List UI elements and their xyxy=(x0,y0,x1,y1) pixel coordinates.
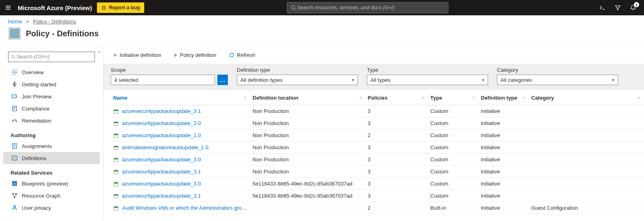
sidebar-item-remediation[interactable]: Remediation xyxy=(3,115,100,127)
filter-type-label: Type xyxy=(367,67,488,73)
table-row[interactable]: azuresecuritypackautoupdate_3.15e116433-… xyxy=(111,190,644,202)
policy-definition-button[interactable]: + Policy definition xyxy=(171,51,219,59)
cell-name: azuresecuritypackautoupdate_3.0 xyxy=(111,117,250,129)
filter-deftype-select[interactable]: All definition types ▾ xyxy=(237,75,358,85)
table-row[interactable]: antimalwaresignatureautoupdate_1.0Non Pr… xyxy=(111,142,644,154)
filter-scope-select[interactable]: 4 selected xyxy=(111,75,215,85)
filter-scope-group: Scope 4 selected ... xyxy=(111,67,228,85)
definition-link[interactable]: azuresecuritypackautoupdate_3.1 xyxy=(122,169,201,175)
sidebar-search-input[interactable] xyxy=(16,54,92,60)
cell-deftype: Initiative xyxy=(478,117,529,129)
cell-policies: 3 xyxy=(365,154,428,166)
filter-deftype-label: Definition type xyxy=(237,67,358,73)
cloud-shell-icon[interactable] xyxy=(598,3,607,12)
page-title: Policy - Definitions xyxy=(26,29,99,38)
th-type-label: Type xyxy=(430,95,442,101)
initiative-icon xyxy=(113,145,119,150)
refresh-button[interactable]: Refresh xyxy=(226,52,258,58)
cell-policies: 2 xyxy=(365,202,428,214)
cell-category xyxy=(529,190,644,202)
overview-icon xyxy=(11,69,18,75)
table-row[interactable]: azuresecuritypackautoupdate_3.1Non Produ… xyxy=(111,166,644,178)
svg-rect-13 xyxy=(12,156,17,160)
th-policies[interactable]: Policies ↑↓ xyxy=(365,90,428,105)
sidebar-item-compliance[interactable]: Compliance xyxy=(3,102,100,115)
global-search-input[interactable] xyxy=(296,4,445,11)
th-name-label: Name xyxy=(113,95,127,101)
toolbar: + Initiative definition + Policy definit… xyxy=(103,46,644,64)
cell-name: azuresecuritypackautoupdate_3.1 xyxy=(111,105,250,117)
table-row[interactable]: Audit Windows VMs in which the Administr… xyxy=(111,202,644,214)
table-row[interactable]: azuresecuritypackautoupdate_3.0Non Produ… xyxy=(111,154,644,166)
global-search[interactable] xyxy=(287,2,448,13)
th-definition-type[interactable]: Definition type ↑↓ xyxy=(478,90,529,105)
th-cat-label: Category xyxy=(531,95,554,101)
sidebar-item-join-preview[interactable]: Join Preview xyxy=(3,90,100,102)
sidebar-item-resource-graph[interactable]: Resource Graph xyxy=(3,190,100,202)
svg-rect-44 xyxy=(115,194,117,195)
sidebar-search[interactable] xyxy=(8,52,95,62)
th-pol-label: Policies xyxy=(368,95,387,101)
filter-scope-value: 4 selected xyxy=(114,77,138,83)
definition-link[interactable]: azuresecuritypackautoupdate_1.0 xyxy=(122,132,201,138)
policy-icon xyxy=(8,27,21,40)
refresh-label: Refresh xyxy=(237,52,256,58)
svg-point-1 xyxy=(292,6,295,9)
definition-link[interactable]: Audit Windows VMs in which the Administr… xyxy=(122,205,249,211)
sidebar-item-label: Remediation xyxy=(22,118,51,124)
sort-icon: ↑↓ xyxy=(359,96,361,100)
definition-link[interactable]: antimalwaresignatureautoupdate_1.0 xyxy=(122,144,208,150)
chevron-down-icon: ▾ xyxy=(612,77,615,83)
definition-link[interactable]: azuresecuritypackautoupdate_3.0 xyxy=(122,156,201,163)
cell-deftype: Initiative xyxy=(478,190,529,202)
initiative-definition-button[interactable]: + Initiative definition xyxy=(111,51,164,59)
search-icon xyxy=(290,5,296,10)
notifications-icon[interactable]: 1 xyxy=(629,3,638,12)
definition-link[interactable]: azuresecuritypackautoupdate_3.1 xyxy=(122,193,201,199)
table-row[interactable]: azuresecuritypackautoupdate_1.0Non Produ… xyxy=(111,129,644,142)
definitions-table-wrap[interactable]: Name ↑↓ Definition location ↑↓ Policies … xyxy=(103,90,644,220)
th-type[interactable]: Type ↑↓ xyxy=(428,90,478,105)
definition-link[interactable]: azuresecuritypackautoupdate_3.0 xyxy=(122,120,201,126)
scope-picker-button[interactable]: ... xyxy=(217,75,228,85)
brand-title: Microsoft Azure (Preview) xyxy=(16,4,97,11)
breadcrumb-home[interactable]: Home xyxy=(8,19,22,25)
th-definition-location[interactable]: Definition location ↑↓ xyxy=(250,90,365,105)
resource-graph-icon xyxy=(11,192,18,199)
breadcrumb-sep: > xyxy=(26,19,29,25)
preview-icon xyxy=(11,93,18,100)
svg-rect-23 xyxy=(115,109,117,110)
cell-category xyxy=(529,166,644,178)
sidebar-item-getting-started[interactable]: Getting started xyxy=(3,78,100,90)
hamburger-menu[interactable] xyxy=(0,0,16,15)
table-row[interactable]: azuresecuritypackautoupdate_3.0Non Produ… xyxy=(111,117,644,129)
sidebar-item-label: Blueprints (preview) xyxy=(22,181,68,187)
sidebar-header-related: Related Services xyxy=(3,164,100,177)
cell-type: Custom xyxy=(428,105,478,117)
definition-link[interactable]: azuresecuritypackautoupdate_3.1 xyxy=(122,108,201,114)
report-bug-button[interactable]: Report a bug xyxy=(97,2,144,13)
collapse-chevron-icon[interactable]: « xyxy=(98,49,101,54)
filter-icon[interactable] xyxy=(613,3,622,12)
sidebar-item-blueprints[interactable]: A Blueprints (preview) xyxy=(3,177,100,190)
sidebar-item-assignments[interactable]: Assignments xyxy=(3,140,100,152)
filter-category-select[interactable]: All categories ▾ xyxy=(497,75,618,85)
sidebar-item-user-privacy[interactable]: User privacy xyxy=(3,202,100,214)
cell-location: Non Production xyxy=(250,117,365,129)
lightning-icon xyxy=(11,81,18,88)
svg-rect-35 xyxy=(115,158,117,159)
cell-policies: 3 xyxy=(365,117,428,129)
breadcrumb-current[interactable]: Policy - Definitions xyxy=(33,19,76,25)
th-category[interactable]: Category ↑↓ xyxy=(529,90,644,105)
policy-label: Policy definition xyxy=(180,52,216,58)
cell-name: azuresecuritypackautoupdate_3.0 xyxy=(111,178,250,190)
cell-type: Custom xyxy=(428,190,478,202)
filter-type-select[interactable]: All types ▾ xyxy=(367,75,488,85)
table-row[interactable]: azuresecuritypackautoupdate_3.1Non Produ… xyxy=(111,105,644,117)
th-name[interactable]: Name ↑↓ xyxy=(111,90,250,105)
sidebar-item-definitions[interactable]: Definitions xyxy=(3,152,100,164)
table-row[interactable]: azuresecuritypackautoupdate_3.05e116433-… xyxy=(111,178,644,190)
definition-link[interactable]: azuresecuritypackautoupdate_3.0 xyxy=(122,181,201,187)
filter-category-value: All categories xyxy=(501,77,532,83)
sidebar-item-overview[interactable]: Overview xyxy=(3,66,100,78)
